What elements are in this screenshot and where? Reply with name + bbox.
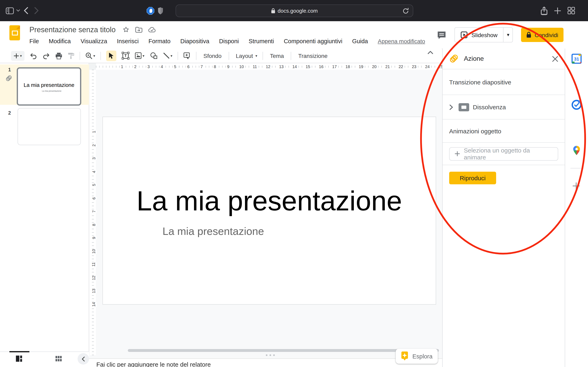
menu-item[interactable]: Diapositiva xyxy=(180,38,209,44)
horizontal-ruler: 1234567891011121314151617181920212223242… xyxy=(96,63,442,70)
motion-panel: Azione Transizione diapositive Dissolven… xyxy=(442,49,565,367)
layout-button[interactable]: Layout▾ xyxy=(234,52,257,59)
new-slide-button[interactable]: ▾ xyxy=(11,51,24,60)
menu-item[interactable]: Disponi xyxy=(219,38,239,44)
menu-item[interactable]: Modifica xyxy=(49,38,71,44)
share-page-icon[interactable] xyxy=(539,0,549,21)
grid-view-icon[interactable] xyxy=(55,355,62,362)
document-title[interactable]: Presentazione senza titolo xyxy=(29,26,116,34)
slide-number: 2 xyxy=(8,110,11,116)
menu-item[interactable]: Formato xyxy=(148,38,171,44)
slide-title-text[interactable]: La mia presentazione xyxy=(103,185,436,217)
add-comment-tool[interactable] xyxy=(183,52,191,59)
share-button[interactable]: Condividi xyxy=(521,28,563,42)
cloud-saved-icon[interactable] xyxy=(148,26,156,33)
explore-button[interactable]: Esplora xyxy=(396,349,438,364)
tab-overview-icon[interactable] xyxy=(566,0,576,21)
transition-button[interactable]: Transizione xyxy=(297,52,329,59)
browser-toolbar: docs.google.com xyxy=(0,0,588,22)
app-header: Presentazione senza titolo FileModificaV… xyxy=(0,21,588,49)
canvas-area: 1234567891011121314151617181920212223242… xyxy=(89,63,442,367)
collapse-filmstrip-icon[interactable] xyxy=(78,353,89,365)
slideshow-button[interactable]: Slideshow ▼ xyxy=(454,27,513,42)
menu-item[interactable]: Visualizza xyxy=(81,38,107,44)
vertical-ruler: 1234567891011121314 xyxy=(90,70,96,355)
maps-icon[interactable] xyxy=(571,145,582,156)
speaker-notes-area[interactable]: Fai clic per aggiungere le note del rela… xyxy=(89,359,442,367)
slide-transition-section[interactable]: Transizione diapositive xyxy=(443,69,565,95)
motion-icon xyxy=(449,54,459,64)
explore-label: Esplora xyxy=(412,353,432,359)
speaker-notes-placeholder: Fai clic per aggiungere le note del rela… xyxy=(96,361,211,367)
redo-icon[interactable] xyxy=(42,52,50,59)
address-bar[interactable]: docs.google.com xyxy=(176,4,413,17)
undo-icon[interactable] xyxy=(30,52,37,59)
print-icon[interactable] xyxy=(55,52,62,59)
play-button[interactable]: Riproduci xyxy=(449,172,496,184)
menu-item[interactable]: Inserisci xyxy=(117,38,139,44)
menu-item[interactable]: File xyxy=(29,38,39,44)
sidebar-chevron-down-icon[interactable] xyxy=(15,0,21,21)
insert-image-tool[interactable]: ▾ xyxy=(135,52,144,59)
object-animations-section: Animazioni oggetto xyxy=(443,119,565,143)
transition-applied-icon xyxy=(6,75,12,82)
share-label: Condividi xyxy=(535,32,558,38)
slide-canvas[interactable]: La mia presentazione La mia presentazion… xyxy=(103,117,436,305)
edit-toolbar: ▾ ▾ ▾ xyxy=(0,49,442,63)
google-slides-window: docs.google.com Presentazione senza tito… xyxy=(0,0,588,367)
zoom-tool[interactable]: ▾ xyxy=(85,52,95,59)
filmstrip-pane: 1 La mia presentazione La mia presentazi… xyxy=(0,63,89,367)
last-edited-link[interactable]: Appena modificato xyxy=(378,38,425,44)
panel-title: Azione xyxy=(464,55,547,62)
select-object-button[interactable]: Seleziona un oggetto da animare xyxy=(449,147,558,160)
slide-2-thumbnail[interactable] xyxy=(17,108,81,145)
slide-subtitle-text[interactable]: La mia presentazione xyxy=(163,225,264,238)
sidebar-toggle-icon[interactable] xyxy=(5,0,15,21)
thumb-title: La mia presentazione xyxy=(18,82,80,88)
tasks-icon[interactable] xyxy=(571,100,582,110)
slide-1-row[interactable]: 1 La mia presentazione La mia presentazi… xyxy=(0,64,89,105)
lock-icon xyxy=(271,8,275,13)
comments-icon[interactable] xyxy=(437,30,446,39)
expand-effect-icon[interactable] xyxy=(448,103,455,111)
menu-item[interactable]: Guida xyxy=(352,38,368,44)
back-icon[interactable] xyxy=(21,0,30,21)
content-blocker-extension-icon[interactable] xyxy=(146,0,154,21)
insert-line-tool[interactable]: ▾ xyxy=(163,52,172,59)
filmstrip-view-icon[interactable] xyxy=(16,355,22,362)
explore-icon xyxy=(401,351,409,361)
horizontal-scrollbar[interactable] xyxy=(128,349,439,352)
side-apps-rail: 31 xyxy=(565,49,588,367)
menu-bar: FileModificaVisualizzaInserisciFormatoDi… xyxy=(29,38,425,44)
insert-shape-tool[interactable] xyxy=(150,52,157,59)
paint-format-icon[interactable] xyxy=(68,52,74,59)
url-text: docs.google.com xyxy=(278,8,318,14)
theme-button[interactable]: Tema xyxy=(268,52,285,59)
slideshow-dropdown[interactable]: ▼ xyxy=(504,33,513,37)
present-icon xyxy=(460,31,467,38)
slide-1-thumbnail[interactable]: La mia presentazione La mia presentazion… xyxy=(17,67,81,106)
background-button[interactable]: Sfondo xyxy=(202,52,223,59)
slideshow-label: Slideshow xyxy=(471,32,498,38)
effect-name: Dissolvenza xyxy=(473,104,506,110)
reload-icon[interactable] xyxy=(403,8,409,14)
menu-item[interactable]: Componenti aggiuntivi xyxy=(284,38,342,44)
forward-icon[interactable] xyxy=(32,0,41,21)
star-icon[interactable] xyxy=(122,26,130,33)
text-box-tool[interactable] xyxy=(122,52,130,59)
new-tab-icon[interactable] xyxy=(553,0,562,21)
calendar-icon[interactable]: 31 xyxy=(571,53,582,64)
move-to-folder-icon[interactable] xyxy=(135,26,143,33)
add-addon-icon[interactable] xyxy=(572,182,580,190)
notes-resize-handle[interactable] xyxy=(266,354,275,356)
collapse-toolbar-icon[interactable] xyxy=(428,50,433,54)
google-slides-logo xyxy=(9,25,20,40)
select-tool[interactable] xyxy=(106,50,116,61)
active-view-indicator xyxy=(9,351,29,352)
close-panel-icon[interactable] xyxy=(552,56,558,62)
lock-icon xyxy=(527,32,531,38)
menu-item[interactable]: Strumenti xyxy=(249,38,274,44)
svg-text:31: 31 xyxy=(574,57,579,62)
privacy-shield-extension-icon[interactable] xyxy=(157,0,164,21)
transition-effect-row[interactable]: Dissolvenza xyxy=(443,95,565,119)
